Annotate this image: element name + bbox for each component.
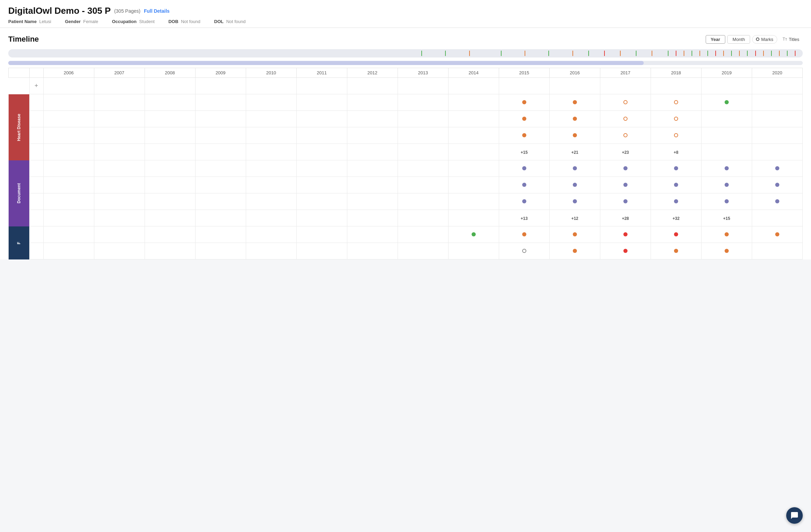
cell-heart-disease-1-2017[interactable] xyxy=(600,111,651,127)
cell-heart-disease-1-2018[interactable] xyxy=(651,111,701,127)
cell-category-f-1-2017[interactable] xyxy=(600,243,651,259)
cell-document-1-2009[interactable] xyxy=(195,177,246,193)
cell-category-f-0-2018[interactable] xyxy=(651,226,701,243)
cell-heart-disease-3-2013[interactable] xyxy=(398,144,448,160)
cell-document-3-2007[interactable] xyxy=(94,210,145,226)
cell-heart-disease-2-2009[interactable] xyxy=(195,127,246,144)
cell-heart-disease-0-2009[interactable] xyxy=(195,94,246,111)
cell-category-f-0-2008[interactable] xyxy=(145,226,195,243)
cell-document-2-2010[interactable] xyxy=(246,193,296,210)
cell-category-f-1-2007[interactable] xyxy=(94,243,145,259)
cell-heart-disease-3-2010[interactable] xyxy=(246,144,296,160)
cell-category-f-0-2019[interactable] xyxy=(701,226,752,243)
cell-document-0-2019[interactable] xyxy=(701,160,752,177)
cell-heart-disease-0-2008[interactable] xyxy=(145,94,195,111)
cell-category-f-1-2006[interactable] xyxy=(43,243,94,259)
cell-heart-disease-1-2016[interactable] xyxy=(549,111,600,127)
cell-document-1-2011[interactable] xyxy=(296,177,347,193)
cell-heart-disease-0-2006[interactable] xyxy=(43,94,94,111)
cell-category-f-0-2016[interactable] xyxy=(549,226,600,243)
cell-document-2-2013[interactable] xyxy=(398,193,448,210)
cell-document-2-2011[interactable] xyxy=(296,193,347,210)
cell-category-f-0-2014[interactable] xyxy=(448,226,499,243)
cell-document-0-2016[interactable] xyxy=(549,160,600,177)
cell-heart-disease-2-2017[interactable] xyxy=(600,127,651,144)
cell-heart-disease-2-2008[interactable] xyxy=(145,127,195,144)
cell-document-1-2018[interactable] xyxy=(651,177,701,193)
cell-category-f-1-2016[interactable] xyxy=(549,243,600,259)
cell-heart-disease-1-2009[interactable] xyxy=(195,111,246,127)
cell-category-f-1-2009[interactable] xyxy=(195,243,246,259)
cell-heart-disease-2-2007[interactable] xyxy=(94,127,145,144)
year-button[interactable]: Year xyxy=(706,35,725,44)
cell-heart-disease-1-2008[interactable] xyxy=(145,111,195,127)
cell-category-f-0-2012[interactable] xyxy=(347,226,398,243)
cell-document-2-2006[interactable] xyxy=(43,193,94,210)
cell-heart-disease-0-2015[interactable] xyxy=(499,94,549,111)
cell-heart-disease-0-2020[interactable] xyxy=(752,94,802,111)
cell-document-2-2008[interactable] xyxy=(145,193,195,210)
cell-heart-disease-1-2020[interactable] xyxy=(752,111,802,127)
cell-document-1-2014[interactable] xyxy=(448,177,499,193)
cell-heart-disease-2-2011[interactable] xyxy=(296,127,347,144)
cell-category-f-1-2019[interactable] xyxy=(701,243,752,259)
cell-document-1-2015[interactable] xyxy=(499,177,549,193)
cell-heart-disease-2-2018[interactable] xyxy=(651,127,701,144)
cell-heart-disease-1-2015[interactable] xyxy=(499,111,549,127)
cell-document-3-2017[interactable]: +28 xyxy=(600,210,651,226)
month-button[interactable]: Month xyxy=(727,35,750,44)
cell-heart-disease-0-2019[interactable] xyxy=(701,94,752,111)
cell-category-f-1-2018[interactable] xyxy=(651,243,701,259)
expand-button[interactable]: + xyxy=(29,78,43,94)
cell-document-3-2020[interactable] xyxy=(752,210,802,226)
cell-heart-disease-0-2010[interactable] xyxy=(246,94,296,111)
cell-document-2-2019[interactable] xyxy=(701,193,752,210)
cell-document-2-2020[interactable] xyxy=(752,193,802,210)
cell-category-f-0-2013[interactable] xyxy=(398,226,448,243)
cell-document-1-2016[interactable] xyxy=(549,177,600,193)
cell-document-3-2009[interactable] xyxy=(195,210,246,226)
cell-document-3-2016[interactable]: +12 xyxy=(549,210,600,226)
cell-heart-disease-3-2012[interactable] xyxy=(347,144,398,160)
cell-document-0-2008[interactable] xyxy=(145,160,195,177)
cell-document-3-2014[interactable] xyxy=(448,210,499,226)
cell-category-f-0-2010[interactable] xyxy=(246,226,296,243)
cell-heart-disease-3-2008[interactable] xyxy=(145,144,195,160)
cell-document-3-2008[interactable] xyxy=(145,210,195,226)
cell-document-2-2018[interactable] xyxy=(651,193,701,210)
cell-document-1-2020[interactable] xyxy=(752,177,802,193)
cell-document-0-2007[interactable] xyxy=(94,160,145,177)
cell-document-3-2011[interactable] xyxy=(296,210,347,226)
cell-document-0-2013[interactable] xyxy=(398,160,448,177)
cell-category-f-1-2012[interactable] xyxy=(347,243,398,259)
cell-category-f-0-2011[interactable] xyxy=(296,226,347,243)
cell-heart-disease-2-2019[interactable] xyxy=(701,127,752,144)
cell-category-f-0-2006[interactable] xyxy=(43,226,94,243)
cell-category-f-0-2007[interactable] xyxy=(94,226,145,243)
cell-heart-disease-2-2020[interactable] xyxy=(752,127,802,144)
cell-heart-disease-3-2016[interactable]: +21 xyxy=(549,144,600,160)
scrollbar-track[interactable] xyxy=(8,61,803,65)
cell-document-2-2017[interactable] xyxy=(600,193,651,210)
cell-document-0-2017[interactable] xyxy=(600,160,651,177)
cell-document-0-2015[interactable] xyxy=(499,160,549,177)
cell-document-0-2006[interactable] xyxy=(43,160,94,177)
cell-document-0-2020[interactable] xyxy=(752,160,802,177)
cell-document-3-2015[interactable]: +13 xyxy=(499,210,549,226)
cell-heart-disease-1-2014[interactable] xyxy=(448,111,499,127)
cell-document-3-2006[interactable] xyxy=(43,210,94,226)
scrollbar-thumb[interactable] xyxy=(8,61,644,65)
cell-heart-disease-3-2007[interactable] xyxy=(94,144,145,160)
cell-document-3-2019[interactable]: +15 xyxy=(701,210,752,226)
cell-heart-disease-1-2013[interactable] xyxy=(398,111,448,127)
cell-document-0-2018[interactable] xyxy=(651,160,701,177)
cell-heart-disease-0-2017[interactable] xyxy=(600,94,651,111)
timeline-grid-wrapper[interactable]: 2006200720082009201020112012201320142015… xyxy=(8,68,803,259)
cell-document-2-2014[interactable] xyxy=(448,193,499,210)
cell-heart-disease-1-2010[interactable] xyxy=(246,111,296,127)
cell-heart-disease-3-2011[interactable] xyxy=(296,144,347,160)
full-details-link[interactable]: Full Details xyxy=(144,8,170,14)
cell-category-f-1-2008[interactable] xyxy=(145,243,195,259)
cell-document-0-2014[interactable] xyxy=(448,160,499,177)
cell-heart-disease-0-2013[interactable] xyxy=(398,94,448,111)
